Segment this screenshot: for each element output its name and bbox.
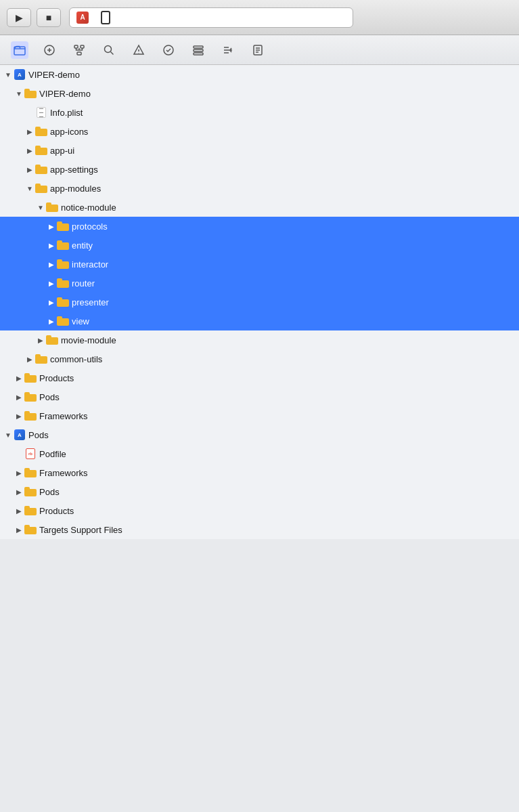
folder-icon — [35, 146, 47, 155]
chevron-right-icon — [46, 221, 57, 232]
tree-item-label: protocols — [72, 221, 108, 232]
plist-file-icon: ━━━━━━ — [37, 107, 46, 118]
chevron-right-icon — [46, 240, 57, 251]
tree-item-label: Frameworks — [39, 411, 88, 421]
tree-item-label: app-icons — [50, 127, 88, 137]
folder-icon — [57, 316, 69, 326]
folder-icon — [24, 525, 37, 534]
tree-item-label: notice-module — [61, 202, 116, 213]
chevron-right-icon — [14, 486, 24, 497]
folder-icon — [24, 487, 37, 496]
file-tree: AVIPER-demoVIPER-demo━━━━━━Info.plistapp… — [0, 65, 519, 539]
chevron-right-icon — [46, 278, 57, 289]
chevron-down-icon — [3, 69, 14, 80]
svg-point-5 — [105, 45, 112, 52]
tree-item-label: Podfile — [39, 449, 66, 459]
tree-item-podfile[interactable]: rbPodfile — [0, 444, 519, 463]
chevron-right-icon — [24, 145, 35, 156]
folder-icon — [24, 373, 37, 383]
folder-icon — [57, 240, 69, 250]
tree-item-products[interactable]: Products — [0, 368, 519, 387]
tree-item-frameworks[interactable]: Frameworks — [0, 406, 519, 425]
test-navigator-icon[interactable] — [160, 41, 177, 59]
chevron-down-icon — [35, 202, 46, 213]
tree-item-protocols[interactable]: protocols — [0, 217, 519, 236]
tree-item-common-utils[interactable]: common-utils — [0, 349, 519, 368]
tree-item-label: Info.plist — [50, 108, 83, 118]
chevron-down-icon — [24, 183, 35, 194]
folder-icon — [35, 354, 47, 364]
tree-item-viper-demo[interactable]: AVIPER-demo — [0, 65, 519, 84]
tree-item-view[interactable]: view — [0, 312, 519, 330]
folder-icon — [57, 221, 69, 231]
debug-navigator-icon[interactable] — [189, 41, 207, 59]
tree-item-viper-demo[interactable]: VIPER-demo — [0, 84, 519, 103]
search-navigator-icon[interactable] — [100, 41, 118, 59]
svg-rect-7 — [194, 46, 203, 48]
folder-navigator-icon[interactable] — [11, 41, 28, 59]
tree-item-label: common-utils — [50, 354, 102, 364]
issue-navigator-icon[interactable] — [130, 41, 148, 59]
tree-item-label: VIPER-demo — [39, 89, 91, 99]
tree-item-label: interactor — [72, 259, 108, 270]
tree-item-info.plist[interactable]: ━━━━━━Info.plist — [0, 103, 519, 122]
svg-rect-2 — [74, 45, 78, 48]
tree-item-entity[interactable]: entity — [0, 236, 519, 255]
folder-icon — [35, 127, 47, 136]
chevron-right-icon — [14, 410, 24, 421]
tree-item-label: Products — [39, 373, 74, 383]
app-icon: A — [76, 12, 89, 24]
tree-item-products[interactable]: Products — [0, 501, 519, 520]
folder-icon — [24, 392, 37, 402]
chevron-right-icon — [24, 126, 35, 137]
hierarchy-icon[interactable] — [70, 41, 88, 59]
svg-rect-8 — [194, 49, 203, 51]
chevron-right-icon — [46, 259, 57, 270]
tree-item-app-ui[interactable]: app-ui — [0, 141, 519, 160]
tree-item-notice-module[interactable]: notice-module — [0, 198, 519, 217]
tree-item-router[interactable]: router — [0, 274, 519, 293]
tree-item-app-settings[interactable]: app-settings — [0, 160, 519, 179]
tree-item-label: entity — [72, 240, 93, 251]
folder-icon — [24, 89, 37, 98]
title-bar-controls — [7, 8, 61, 27]
tree-item-label: app-modules — [50, 184, 101, 194]
ruby-file-icon: rb — [26, 448, 35, 459]
tree-item-pods[interactable]: APods — [0, 425, 519, 444]
play-button[interactable] — [7, 8, 31, 27]
stop-button[interactable] — [37, 8, 61, 27]
report-navigator-icon[interactable] — [249, 41, 267, 59]
folder-icon — [46, 202, 58, 212]
svg-rect-3 — [81, 45, 84, 48]
chevron-right-icon — [14, 524, 24, 535]
folder-icon — [24, 506, 37, 515]
title-bar: A — [0, 0, 519, 35]
folder-icon — [24, 411, 37, 421]
tree-item-targets-support-files[interactable]: Targets Support Files — [0, 520, 519, 539]
folder-icon — [35, 165, 47, 174]
tree-item-label: VIPER-demo — [28, 70, 80, 80]
tree-item-pods[interactable]: Pods — [0, 482, 519, 501]
tree-item-frameworks[interactable]: Frameworks — [0, 463, 519, 482]
tree-item-app-icons[interactable]: app-icons — [0, 122, 519, 141]
tree-item-label: Frameworks — [39, 468, 88, 478]
folder-icon — [57, 278, 69, 288]
toolbar — [0, 35, 519, 65]
tree-item-label: Pods — [39, 392, 60, 402]
tree-item-pods[interactable]: Pods — [0, 387, 519, 406]
svg-rect-4 — [77, 52, 81, 55]
tree-item-interactor[interactable]: interactor — [0, 255, 519, 274]
xcode-project-icon: A — [14, 69, 25, 80]
folder-icon — [46, 335, 58, 345]
symbol-navigator-icon[interactable] — [41, 41, 58, 59]
tree-item-movie-module[interactable]: movie-module — [0, 330, 519, 349]
tree-item-label: app-ui — [50, 146, 74, 156]
tree-item-presenter[interactable]: presenter — [0, 293, 519, 312]
tree-item-label: router — [72, 278, 95, 289]
chevron-down-icon — [3, 429, 14, 440]
chevron-right-icon — [46, 297, 57, 307]
tree-item-label: app-settings — [50, 165, 98, 175]
breakpoint-navigator-icon[interactable] — [219, 41, 237, 59]
tree-item-app-modules[interactable]: app-modules — [0, 179, 519, 198]
folder-icon — [35, 184, 47, 193]
